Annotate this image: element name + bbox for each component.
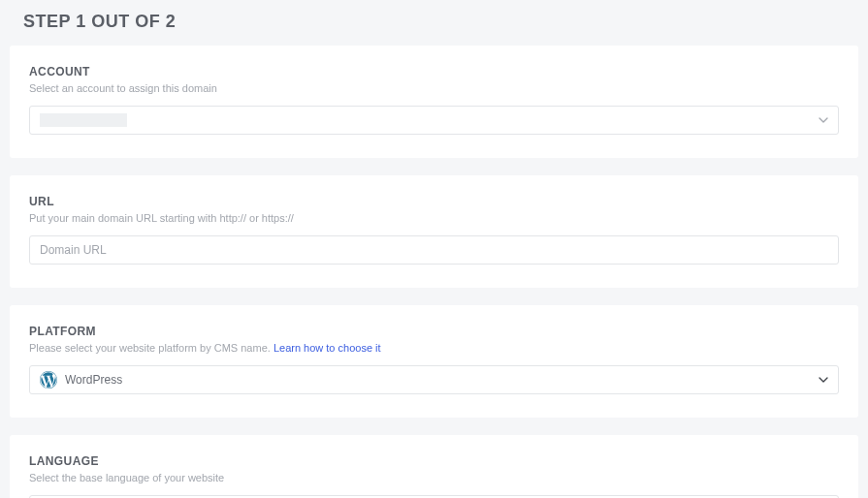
platform-card: PLATFORM Please select your website plat… [10, 305, 858, 418]
account-select-value [40, 113, 127, 127]
platform-select-value: WordPress [40, 371, 122, 389]
account-subtext: Select an account to assign this domain [29, 82, 839, 94]
platform-subtext: Please select your website platform by C… [29, 342, 839, 354]
account-heading: ACCOUNT [29, 65, 839, 78]
language-subtext: Select the base language of your website [29, 472, 839, 483]
platform-heading: PLATFORM [29, 325, 839, 338]
chevron-down-icon [819, 377, 828, 383]
platform-learn-link[interactable]: Learn how to choose it [273, 342, 381, 354]
platform-select[interactable]: WordPress [29, 365, 839, 394]
url-input[interactable] [29, 235, 839, 265]
url-card: URL Put your main domain URL starting wi… [10, 175, 858, 288]
url-heading: URL [29, 195, 839, 208]
page-title: STEP 1 OUT OF 2 [23, 12, 858, 32]
platform-selected-label: WordPress [65, 373, 122, 387]
account-select[interactable] [29, 106, 839, 135]
platform-subtext-text: Please select your website platform by C… [29, 342, 273, 354]
wordpress-icon [40, 371, 57, 389]
account-card: ACCOUNT Select an account to assign this… [10, 46, 858, 158]
account-redacted-placeholder [40, 113, 127, 127]
language-card: LANGUAGE Select the base language of you… [10, 435, 858, 498]
chevron-down-icon [819, 117, 828, 123]
url-subtext: Put your main domain URL starting with h… [29, 212, 839, 224]
language-heading: LANGUAGE [29, 454, 839, 468]
